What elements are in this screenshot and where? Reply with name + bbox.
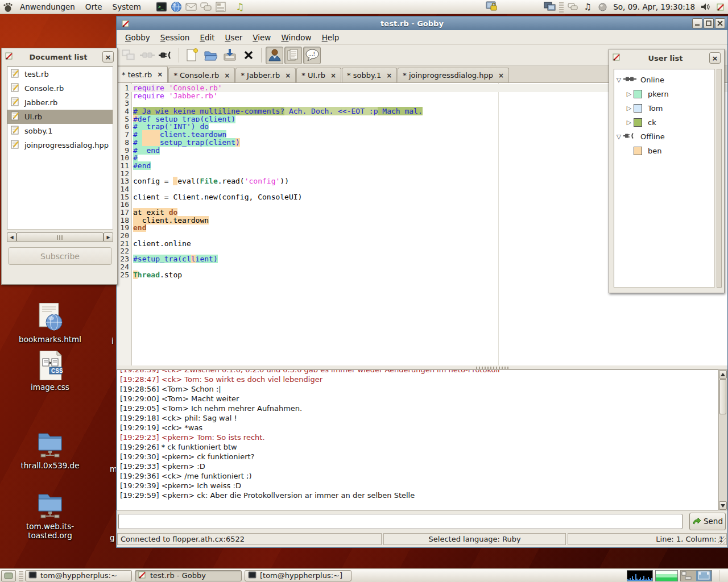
menu-help[interactable]: Help <box>317 31 345 44</box>
tab-close-icon[interactable]: × <box>157 70 163 78</box>
expander-closed-icon[interactable]: ▷ <box>624 119 634 126</box>
tab-jabber.rb[interactable]: * Jabber.rb× <box>235 68 296 82</box>
desktop-icon-image-css[interactable]: CSSimage.css <box>19 351 81 392</box>
scroll-right-icon[interactable]: ▶ <box>104 232 113 242</box>
desktop-icon-label: bookmarks.html <box>19 335 81 344</box>
user-item-pkern[interactable]: ▷pkern <box>614 87 714 101</box>
tab-close-icon[interactable]: × <box>498 72 504 80</box>
menu-anwendungen[interactable]: Anwendungen <box>15 1 80 13</box>
desktop-icon-bookmarks-html[interactable]: bookmarks.html <box>19 303 81 344</box>
menu-system[interactable]: System <box>107 1 146 13</box>
user-list-toggle-icon[interactable] <box>266 47 283 64</box>
music-player-launcher-icon[interactable]: ♫ <box>234 1 246 13</box>
document-list-item[interactable]: test.rb <box>7 67 113 81</box>
expander-closed-icon[interactable]: ▷ <box>624 105 634 112</box>
tab-console.rb[interactable]: * Console.rb× <box>168 68 235 82</box>
expander-open-icon[interactable]: ▽ <box>614 76 623 84</box>
document-list-toggle-icon[interactable] <box>284 47 302 64</box>
menu-gobby[interactable]: Gobby <box>120 31 155 44</box>
desktop-icon-tom-web-its-toasted-org[interactable]: tom.web.its-toasted.org <box>19 490 81 540</box>
taskbar-button-test-rb-gobby[interactable]: test.rb - Gobby <box>135 570 242 581</box>
menu-orte[interactable]: Orte <box>80 1 107 13</box>
user-item-tom[interactable]: ▷Tom <box>614 101 714 115</box>
menu-window[interactable]: Window <box>276 31 316 44</box>
expander-open-icon[interactable]: ▽ <box>614 133 623 140</box>
document-list-item[interactable]: Console.rb <box>7 81 113 95</box>
subscribe-button[interactable]: Subscribe <box>8 247 112 265</box>
workspace-1[interactable] <box>681 571 696 581</box>
web-browser-launcher-icon[interactable] <box>170 1 183 13</box>
taskbar-button-tom-hyppherplus-[interactable]: tom@hyppherplus:~ <box>25 570 132 581</box>
chat-input[interactable] <box>118 514 682 529</box>
tab-joinprogressdialog.hpp[interactable]: * joinprogressdialog.hpp× <box>398 68 509 82</box>
panel-clock[interactable]: So, 09. Apr, 19:30:18 <box>613 2 695 11</box>
chat-launcher-icon[interactable] <box>200 1 212 13</box>
user-item-ck[interactable]: ▷ck <box>614 115 714 130</box>
tab-close-icon[interactable]: × <box>224 72 230 80</box>
save-document-icon[interactable] <box>221 47 238 64</box>
close-button[interactable] <box>715 18 725 28</box>
lock-screen-icon[interactable] <box>486 1 498 13</box>
menu-view[interactable]: View <box>247 31 276 44</box>
close-document-icon[interactable] <box>239 47 257 64</box>
tab-test.rb[interactable]: * test.rb× <box>117 66 168 82</box>
speaker-icon[interactable] <box>700 1 712 13</box>
office-launcher-icon[interactable] <box>214 1 227 13</box>
tab-close-icon[interactable]: × <box>386 72 392 80</box>
close-icon[interactable]: × <box>102 51 114 63</box>
gobby-tray-icon[interactable] <box>714 1 727 13</box>
user-item-ben[interactable]: ben <box>614 144 714 158</box>
create-session-icon[interactable] <box>119 47 137 64</box>
close-icon[interactable]: × <box>709 52 721 64</box>
network-monitor-applet[interactable] <box>655 570 678 581</box>
music-tray-icon[interactable]: ♫ <box>581 1 594 13</box>
show-desktop-button[interactable] <box>1 570 16 581</box>
scroll-up-icon[interactable] <box>719 370 727 379</box>
code-segment: Ach. Doch. <<-EOT :p <box>284 107 378 115</box>
maximize-button[interactable] <box>704 18 714 28</box>
window-list-handle[interactable] <box>19 570 23 581</box>
tab-ui.rb[interactable]: * UI.rb× <box>296 68 341 82</box>
tab-sobby.1[interactable]: * sobby.1× <box>342 68 397 82</box>
document-list-item[interactable]: sobby.1 <box>7 124 113 138</box>
pane-splitter[interactable] <box>117 365 727 369</box>
open-document-icon[interactable] <box>202 47 220 64</box>
chat-tray-icon[interactable] <box>566 1 579 13</box>
scrollbar-thumb[interactable] <box>719 379 726 414</box>
document-list-item[interactable]: UI.rb <box>7 110 113 124</box>
document-list-item[interactable]: joinprogressdialog.hpp <box>7 138 113 152</box>
tab-close-icon[interactable]: × <box>285 72 291 80</box>
join-session-icon[interactable] <box>138 47 156 64</box>
terminal-launcher-icon[interactable]: >_ <box>155 1 168 13</box>
cpu-monitor-applet[interactable] <box>627 570 653 581</box>
globe-tray-icon[interactable] <box>596 1 609 13</box>
titlebar[interactable]: test.rb - Gobby <box>117 16 727 30</box>
tab-close-icon[interactable]: × <box>330 72 336 80</box>
taskbar-button--tom-hyppherplus-[interactable]: [tom@hyppherplus:~] <box>245 570 351 581</box>
create-document-icon[interactable] <box>183 47 201 64</box>
document-list-hscrollbar[interactable]: ◀ ▶ <box>7 232 113 242</box>
menu-user[interactable]: User <box>220 31 248 44</box>
email-launcher-icon[interactable] <box>185 1 197 13</box>
user-group-online[interactable]: ▽Online <box>614 73 714 87</box>
chat-vscrollbar[interactable] <box>718 369 727 510</box>
applet-handle[interactable] <box>559 1 564 13</box>
minimize-button[interactable] <box>692 18 702 28</box>
desktop-icon-thrall-0x539-de[interactable]: thrall.0x539.de <box>19 429 81 470</box>
user-group-offline[interactable]: ▽Offline <box>614 130 714 144</box>
gnome-foot-icon[interactable] <box>1 1 14 13</box>
send-button[interactable]: Send <box>689 513 726 530</box>
user-list-vscrollbar[interactable] <box>717 69 722 288</box>
scroll-down-icon[interactable] <box>719 501 727 510</box>
chat-log[interactable]: [19:28:39] <ck> Zwischen 0.1.0, 0.2.0 un… <box>117 369 718 510</box>
display-tray-icon[interactable] <box>544 1 556 13</box>
quit-session-icon[interactable] <box>157 47 175 64</box>
expander-closed-icon[interactable]: ▷ <box>624 90 634 98</box>
document-list-item[interactable]: Jabber.rb <box>7 95 113 110</box>
workspace-2[interactable] <box>696 571 712 581</box>
scroll-left-icon[interactable]: ◀ <box>7 232 16 242</box>
chat-toggle-icon[interactable]: ...! <box>303 47 321 64</box>
menu-session[interactable]: Session <box>155 31 195 44</box>
menu-edit[interactable]: Edit <box>195 31 220 44</box>
resize-grip[interactable] <box>718 537 726 544</box>
